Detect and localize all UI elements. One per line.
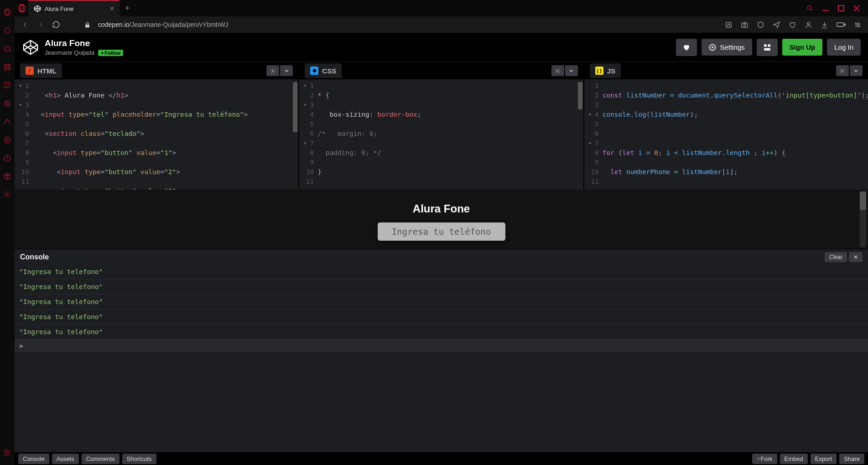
love-button[interactable] bbox=[676, 39, 697, 56]
sidebar-twitch-icon[interactable] bbox=[3, 81, 11, 89]
pen-author[interactable]: Jeanmarie Quijada bbox=[45, 49, 94, 56]
sidebar-icon-6[interactable] bbox=[3, 118, 11, 126]
sidebar-icon-7[interactable] bbox=[3, 136, 11, 144]
browser-search-icon[interactable] bbox=[806, 5, 813, 12]
codepen-favicon-icon bbox=[34, 5, 41, 12]
js-chevron-down-icon[interactable] bbox=[850, 65, 863, 76]
svg-rect-23 bbox=[844, 24, 846, 25]
sidebar-bottom-icon[interactable] bbox=[3, 449, 11, 457]
window-minimize-icon[interactable] bbox=[822, 5, 829, 11]
codepen-header-actions: Settings Sign Up Log In bbox=[676, 39, 861, 56]
editors-row: ⁄ HTML •1 2 •3 4 5 6 7 8 9 10 11 bbox=[15, 62, 868, 190]
console-line: "Ingresa tu telefono" bbox=[15, 264, 868, 279]
nav-forward-icon[interactable] bbox=[36, 21, 45, 29]
svg-rect-3 bbox=[5, 47, 10, 51]
css-chevron-down-icon[interactable] bbox=[565, 65, 578, 76]
css-code-area[interactable]: •1 2 •3 4 5 6 •7 8 9 10 11 * { box-sizin… bbox=[299, 79, 583, 190]
svg-rect-28 bbox=[764, 44, 766, 46]
html-badge-icon: ⁄ bbox=[26, 67, 34, 75]
html-code-area[interactable]: •1 2 •3 4 5 6 7 8 9 10 11 <h1> Alura Fon… bbox=[15, 79, 298, 190]
html-gutter: •1 2 •3 4 5 6 7 8 9 10 11 bbox=[15, 79, 33, 190]
sidebar-icon-2[interactable] bbox=[3, 45, 11, 53]
svg-rect-4 bbox=[5, 101, 10, 106]
pen-title-block: Alura Fone Jeanmarie Quijada + Follow bbox=[45, 38, 123, 56]
console-line: "Ingresa tu telefono" bbox=[15, 279, 868, 294]
addr-download-icon[interactable] bbox=[821, 21, 828, 29]
tab-close-icon[interactable]: × bbox=[110, 5, 114, 13]
addr-shield-icon[interactable] bbox=[757, 21, 764, 29]
address-bar: codepen.io/Jeanmarie-Quijada/pen/vYbmbWJ bbox=[15, 16, 868, 33]
svg-point-9 bbox=[5, 450, 6, 451]
console-line: "Ingresa tu telefono" bbox=[15, 310, 868, 325]
svg-point-5 bbox=[6, 103, 9, 105]
preview-phone-input[interactable]: Ingresa tu teléfono bbox=[378, 222, 505, 241]
settings-button[interactable]: Settings bbox=[702, 39, 752, 56]
footer-share-button[interactable]: Share bbox=[839, 454, 864, 464]
opera-menu-icon[interactable] bbox=[17, 4, 26, 13]
html-editor-tab: ⁄ HTML bbox=[15, 62, 298, 79]
codepen-logo-icon[interactable] bbox=[22, 39, 39, 56]
addr-snapshot-icon[interactable] bbox=[741, 21, 748, 29]
html-editor-pane: ⁄ HTML •1 2 •3 4 5 6 7 8 9 10 11 bbox=[15, 62, 299, 190]
footer-embed-button[interactable]: Embed bbox=[780, 454, 808, 464]
footer-assets-button[interactable]: Assets bbox=[52, 454, 79, 464]
footer-export-button[interactable]: Export bbox=[811, 454, 837, 464]
window-maximize-icon[interactable] bbox=[838, 5, 844, 11]
url-text[interactable]: codepen.io/Jeanmarie-Quijada/pen/vYbmbWJ bbox=[98, 21, 229, 28]
console-prompt[interactable]: > bbox=[15, 340, 868, 352]
svg-point-6 bbox=[4, 137, 10, 143]
svg-point-31 bbox=[272, 70, 274, 71]
follow-button[interactable]: + Follow bbox=[98, 50, 123, 56]
footer-comments-button[interactable]: Comments bbox=[82, 454, 120, 464]
tab-title: Alura Fone bbox=[45, 5, 74, 12]
console-line: "Ingresa tu telefono" bbox=[15, 294, 868, 310]
js-settings-icon[interactable] bbox=[836, 65, 849, 76]
css-scrollbar[interactable] bbox=[578, 82, 582, 109]
svg-point-2 bbox=[5, 28, 10, 33]
addr-user-icon[interactable] bbox=[805, 21, 812, 29]
js-code-area[interactable]: 1 2 3 •4 5 6 •7 8 9 10 11 const listNumb… bbox=[584, 79, 868, 190]
console-clear-button[interactable]: Clear bbox=[825, 252, 847, 262]
css-editor-tab: ✱ CSS bbox=[299, 62, 583, 79]
window-controls bbox=[806, 5, 868, 12]
opera-logo-icon[interactable] bbox=[3, 8, 11, 16]
addr-battery-icon[interactable] bbox=[837, 21, 846, 28]
addr-send-icon[interactable] bbox=[773, 21, 780, 29]
html-settings-icon[interactable] bbox=[266, 65, 279, 76]
window-close-icon[interactable] bbox=[853, 5, 860, 11]
signup-button[interactable]: Sign Up bbox=[782, 39, 823, 56]
console-body[interactable]: "Ingresa tu telefono" "Ingresa tu telefo… bbox=[15, 264, 868, 452]
sidebar-gear-icon[interactable] bbox=[3, 191, 11, 199]
footer-bar: Console Assets Comments Shortcuts ⑂Fork … bbox=[15, 452, 868, 465]
addr-menu-icon[interactable] bbox=[854, 21, 862, 29]
lock-icon[interactable] bbox=[84, 21, 91, 28]
sidebar-icon-5[interactable] bbox=[3, 99, 11, 108]
html-chevron-down-icon[interactable] bbox=[280, 65, 293, 76]
svg-rect-17 bbox=[85, 24, 89, 27]
footer-shortcuts-button[interactable]: Shortcuts bbox=[122, 454, 156, 464]
sidebar-cube-icon[interactable] bbox=[3, 172, 11, 181]
css-settings-icon[interactable] bbox=[551, 65, 564, 76]
svg-point-26 bbox=[859, 26, 860, 26]
sidebar-clock-icon[interactable] bbox=[3, 154, 11, 162]
preview-scrollbar[interactable] bbox=[860, 191, 866, 247]
sidebar-icon-3[interactable] bbox=[3, 63, 11, 71]
svg-point-11 bbox=[5, 455, 6, 455]
nav-reload-icon[interactable] bbox=[52, 21, 60, 29]
svg-point-0 bbox=[4, 9, 10, 16]
sidebar-icon-1[interactable] bbox=[3, 26, 11, 35]
svg-rect-29 bbox=[768, 44, 770, 46]
view-button[interactable] bbox=[757, 39, 778, 56]
addr-heart-icon[interactable] bbox=[789, 21, 796, 29]
html-scrollbar[interactable] bbox=[293, 82, 297, 132]
login-button[interactable]: Log In bbox=[827, 39, 861, 56]
console-close-icon[interactable]: ✕ bbox=[849, 252, 863, 262]
addr-icon-1[interactable] bbox=[725, 21, 733, 29]
footer-console-button[interactable]: Console bbox=[18, 454, 49, 464]
new-tab-button[interactable]: + bbox=[120, 4, 135, 13]
js-editor-pane: ( ) JS 1 2 3 •4 5 6 •7 8 9 10 11 c bbox=[584, 62, 868, 190]
nav-back-icon[interactable] bbox=[21, 21, 29, 29]
svg-point-12 bbox=[19, 5, 26, 12]
browser-tab[interactable]: Alura Fone × bbox=[28, 0, 120, 16]
footer-fork-button[interactable]: ⑂Fork bbox=[752, 454, 777, 464]
